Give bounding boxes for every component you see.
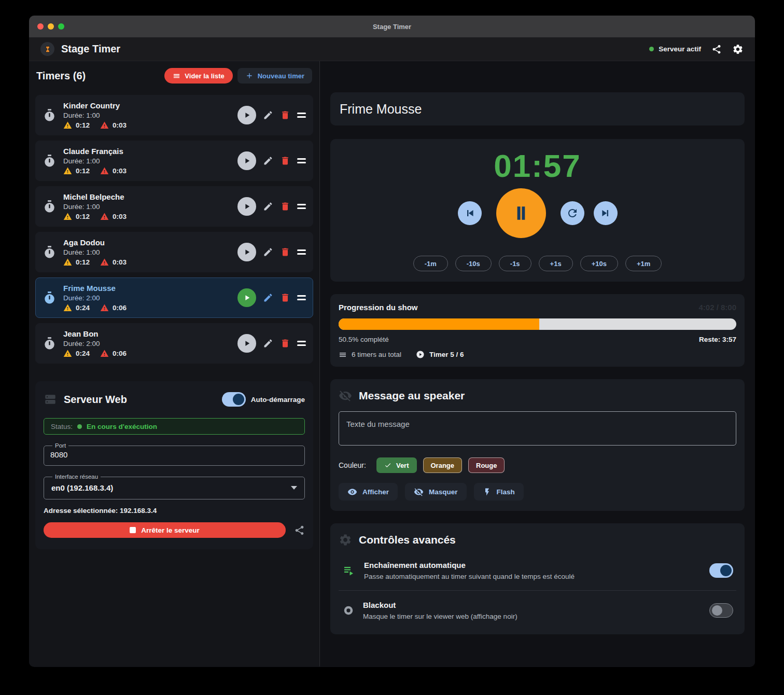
list-icon <box>339 351 347 359</box>
trash-icon <box>280 293 290 303</box>
share-icon <box>711 44 722 54</box>
hide-message-button[interactable]: Masquer <box>405 483 467 501</box>
status-label: Status: <box>51 423 73 430</box>
delete-timer-button[interactable] <box>280 110 290 120</box>
adjust-minus-10s-button[interactable]: -10s <box>455 256 492 271</box>
trash-icon <box>280 156 290 166</box>
port-input[interactable] <box>50 450 298 459</box>
timer-row[interactable]: Kinder Country Durée: 1:00 0:12 0:03 <box>35 95 313 135</box>
eye-off-icon <box>339 389 352 402</box>
zoom-window-button[interactable] <box>58 23 64 30</box>
new-timer-button[interactable]: Nouveau timer <box>237 68 312 84</box>
next-timer-button[interactable] <box>594 201 618 225</box>
color-green-button[interactable]: Vert <box>376 457 417 473</box>
timer-list: Kinder Country Durée: 1:00 0:12 0:03 <box>35 95 313 364</box>
warning-badge: 0:12 <box>63 212 90 221</box>
drag-handle[interactable] <box>297 158 306 163</box>
adjust-plus-10s-button[interactable]: +10s <box>580 256 618 271</box>
running-dot-icon <box>77 424 82 429</box>
edit-timer-button[interactable] <box>263 293 273 303</box>
critical-triangle-icon <box>100 303 109 312</box>
trash-icon <box>280 110 290 120</box>
warning-badge: 0:12 <box>63 121 90 130</box>
plus-icon <box>245 72 254 80</box>
play-timer-button[interactable] <box>237 288 256 307</box>
timer-duration: Durée: 1:00 <box>63 112 237 119</box>
play-timer-button[interactable] <box>237 197 256 216</box>
adjust-minus-1s-button[interactable]: -1s <box>499 256 531 271</box>
adjust-plus-1m-button[interactable]: +1m <box>625 256 662 271</box>
edit-timer-button[interactable] <box>263 156 273 166</box>
autostart-label: Auto-démarrage <box>251 396 305 404</box>
share-server-button[interactable] <box>294 525 305 536</box>
delete-timer-button[interactable] <box>280 201 290 212</box>
delete-timer-button[interactable] <box>280 293 290 303</box>
progress-fill <box>339 318 539 330</box>
play-timer-button[interactable] <box>237 243 256 261</box>
stopwatch-icon <box>43 154 57 168</box>
trash-icon <box>280 201 290 212</box>
drag-handle[interactable] <box>297 341 306 346</box>
flash-message-button[interactable]: Flash <box>474 483 524 501</box>
pause-button[interactable] <box>496 188 546 238</box>
timer-row[interactable]: Claude Français Durée: 1:00 0:12 0:03 <box>35 141 313 181</box>
play-icon <box>242 247 251 257</box>
stop-server-button[interactable]: Arrêter le serveur <box>44 522 286 538</box>
warning-triangle-icon <box>63 349 72 358</box>
color-red-button[interactable]: Rouge <box>468 457 505 473</box>
stopwatch-icon <box>43 108 57 122</box>
previous-timer-button[interactable] <box>458 201 482 225</box>
clear-list-button[interactable]: Vider la liste <box>164 68 232 84</box>
timer-count: 6 timers au total <box>339 351 401 359</box>
play-timer-button[interactable] <box>237 106 256 124</box>
minimize-window-button[interactable] <box>48 23 54 30</box>
interface-select[interactable]: en0 (192.168.3.4) <box>50 481 298 493</box>
advanced-title: Contrôles avancés <box>359 534 456 546</box>
edit-timer-button[interactable] <box>263 201 273 212</box>
restart-button[interactable] <box>561 201 584 225</box>
edit-timer-button[interactable] <box>263 110 273 120</box>
adjust-minus-1m-button[interactable]: -1m <box>413 256 448 271</box>
timer-row[interactable]: Jean Bon Durée: 2:00 0:24 0:06 <box>35 323 313 364</box>
delete-timer-button[interactable] <box>280 247 290 257</box>
auto-chain-toggle[interactable] <box>709 563 733 578</box>
play-timer-button[interactable] <box>237 334 256 353</box>
drag-handle[interactable] <box>297 204 306 209</box>
drag-handle[interactable] <box>297 113 306 118</box>
share-button[interactable] <box>711 44 722 54</box>
critical-badge: 0:06 <box>100 349 127 358</box>
pencil-icon <box>263 201 273 212</box>
server-status-box: Status: En cours d'exécution <box>44 418 305 435</box>
trash-icon <box>280 247 290 257</box>
edit-timer-button[interactable] <box>263 247 273 257</box>
timer-row[interactable]: Aga Dodou Durée: 1:00 0:12 0:03 <box>35 232 313 272</box>
timer-duration: Durée: 2:00 <box>63 294 237 302</box>
color-orange-button[interactable]: Orange <box>423 457 463 473</box>
drag-handle[interactable] <box>297 249 306 255</box>
blackout-toggle[interactable] <box>709 603 733 618</box>
server-status-label: Serveur actif <box>659 45 701 53</box>
close-window-button[interactable] <box>37 23 44 30</box>
status-dot-icon <box>649 47 654 51</box>
critical-badge: 0:03 <box>100 258 127 267</box>
drag-handle[interactable] <box>297 295 306 300</box>
timer-row-selected[interactable]: Frime Mousse Durée: 2:00 0:24 0:06 <box>35 277 313 318</box>
show-message-button[interactable]: Afficher <box>339 483 398 501</box>
timer-row[interactable]: Michel Belpeche Durée: 1:00 0:12 0:03 <box>35 186 313 227</box>
blackout-desc: Masque le timer sur le viewer web (affic… <box>363 613 701 620</box>
timer-duration: Durée: 1:00 <box>63 203 237 211</box>
window-title: Stage Timer <box>373 23 411 31</box>
delete-timer-button[interactable] <box>280 338 290 349</box>
adjust-plus-1s-button[interactable]: +1s <box>539 256 573 271</box>
server-card-title: Serveur Web <box>64 394 215 406</box>
play-timer-button[interactable] <box>237 151 256 170</box>
autostart-toggle[interactable] <box>222 392 246 407</box>
edit-timer-button[interactable] <box>263 338 273 349</box>
delete-timer-button[interactable] <box>280 156 290 166</box>
warning-triangle-icon <box>63 258 72 267</box>
message-input[interactable] <box>339 411 736 446</box>
speaker-message-card: Message au speaker Couleur: Vert Orange … <box>330 379 745 511</box>
settings-button[interactable] <box>732 44 744 55</box>
gear-icon <box>339 533 352 547</box>
eye-off-icon <box>414 487 424 497</box>
